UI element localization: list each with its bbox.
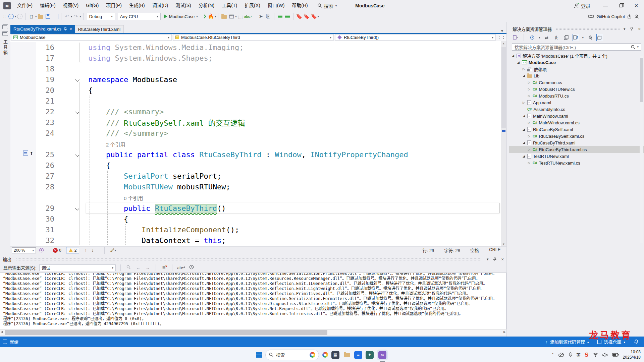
code-line[interactable]: 21: [10, 96, 506, 106]
spell-check-button[interactable]: abc✓: [244, 12, 253, 20]
code-line[interactable]: 20{: [10, 85, 506, 96]
toggle-bookmark-button[interactable]: 🔖: [296, 12, 303, 20]
solution-explorer-search[interactable]: 搜索解决方案资源管理器(Ctrl+;) ▾: [512, 43, 641, 51]
code-line[interactable]: 29 public RtuCaseByThird(): [10, 203, 506, 214]
menu--w-[interactable]: 窗口(W): [264, 0, 288, 11]
find-in-files-button[interactable]: [220, 12, 228, 20]
search-icon[interactable]: [631, 45, 635, 49]
hot-reload-dropdown-icon[interactable]: ▾: [215, 15, 216, 18]
tree-item-testrtunew.xaml[interactable]: ◢‹›TestRTUNew.xaml: [509, 153, 644, 160]
menu--t-[interactable]: 工具(T): [218, 0, 241, 11]
tree-item-testrtunew.xaml.cs[interactable]: ▷C#TestRTUNew.xaml.cs: [509, 160, 644, 166]
solution-windows-button[interactable]: 🗔: [228, 12, 235, 20]
scrollbar-thumb[interactable]: [640, 58, 643, 102]
tree-item--[interactable]: ▷依赖项: [509, 66, 644, 72]
code-line[interactable]: 18: [10, 63, 506, 74]
scrollbar-thumb[interactable]: [5, 330, 327, 335]
previous-bookmark-button[interactable]: 🔖: [303, 12, 310, 20]
preview-selected-items-button[interactable]: [596, 34, 603, 41]
codelens-references[interactable]: 2 个引用: [106, 142, 125, 147]
expander-icon[interactable]: ◢: [511, 54, 515, 57]
tab-rtucasebythird-xaml-cs[interactable]: RtuCaseByThird.xaml.cs ×: [10, 25, 75, 33]
code-line[interactable]: 32 DataContext = this;: [10, 235, 506, 246]
solution-explorer-scrollbar[interactable]: [640, 56, 643, 243]
save-button[interactable]: [44, 12, 52, 20]
code-cleanup-button[interactable]: 🖉: [110, 248, 114, 253]
tree-item-modbusrtu.cs[interactable]: ▷C#ModbusRTU.cs: [509, 93, 644, 99]
expander-icon[interactable]: ▷: [527, 148, 531, 151]
code-line[interactable]: 19namespace ModbusCase: [10, 74, 506, 85]
code-health-icon[interactable]: [39, 248, 44, 252]
tab-rtucasebythird-xaml[interactable]: RtuCaseByThird.xaml: [75, 25, 124, 33]
collapse-all-icon[interactable]: ≪: [553, 34, 560, 41]
github-copilot-button[interactable]: GitHub Copilot: [588, 14, 639, 19]
expander-icon[interactable]: ◢: [522, 141, 526, 144]
panel-splitter[interactable]: [506, 22, 509, 337]
person-icon[interactable]: [634, 14, 639, 19]
tree-item-app.xaml[interactable]: ▷‹›App.xaml: [509, 99, 644, 106]
next-bookmark-button[interactable]: 🔖: [310, 12, 318, 20]
redo-dropdown-icon[interactable]: ▾: [79, 15, 81, 18]
tree-item-assemblyinfo.cs[interactable]: C#AssemblyInfo.cs: [509, 106, 644, 113]
code-line[interactable]: 27 SerialPort serialPort;: [10, 171, 506, 181]
expander-icon[interactable]: ◢: [522, 155, 526, 158]
code-line[interactable]: 30 {: [10, 214, 506, 224]
menu--v-[interactable]: 视图(V): [59, 0, 83, 11]
tree-item-mainwindow.xaml.cs[interactable]: ▷C#MainWindow.xaml.cs: [509, 119, 644, 126]
next-issue-button[interactable]: ↓: [92, 248, 99, 253]
sync-dropdown-icon[interactable]: ▾: [582, 36, 584, 39]
menu--s-[interactable]: 测试(S): [172, 0, 195, 11]
close-tab-icon[interactable]: ×: [69, 26, 72, 32]
zoom-select[interactable]: 200 % ▾: [12, 247, 36, 253]
add-to-source-control-button[interactable]: ↑ 添加到源代码管理 ▴: [545, 339, 589, 345]
timestamp-icon[interactable]: [188, 265, 195, 270]
open-file-button[interactable]: [37, 12, 44, 20]
start-button[interactable]: [256, 352, 262, 358]
expander-icon[interactable]: ▷: [527, 87, 531, 91]
menu--h-[interactable]: 帮助(H): [288, 0, 311, 11]
notifications-bell-icon[interactable]: [634, 339, 639, 344]
menu--p-[interactable]: 项目(P): [102, 0, 125, 11]
scrollbar-thumb[interactable]: [501, 47, 506, 128]
menu--f-[interactable]: 文件(F): [13, 0, 36, 11]
eol-indicator[interactable]: CRLF: [489, 247, 500, 253]
code-line[interactable]: 16using System.Windows.Media.Imaging;: [10, 42, 506, 53]
bookmark-dropdown-icon[interactable]: ▾: [318, 15, 319, 18]
error-count[interactable]: 0: [59, 248, 61, 253]
microphone-icon[interactable]: [569, 352, 572, 357]
solution-configuration-select[interactable]: Debug▾: [87, 13, 115, 20]
expander-icon[interactable]: ◢: [522, 74, 526, 77]
taskbar-clock[interactable]: 10:03 2025/4/18: [623, 350, 641, 360]
server-explorer-icon[interactable]: [2, 24, 8, 29]
solution-explorer-header[interactable]: 解决方案资源管理器 ▾ ×: [509, 25, 644, 33]
code-line[interactable]: 31 InitializeComponent();: [10, 224, 506, 235]
code-editor[interactable]: 16using System.Windows.Media.Imaging;17u…: [10, 41, 506, 246]
codelens-references[interactable]: 0 个引用: [124, 195, 143, 201]
expander-icon[interactable]: ▷: [522, 67, 526, 71]
new-project-button[interactable]: 🗋: [28, 12, 35, 20]
ime-indicator[interactable]: 英: [576, 352, 581, 358]
tree-item-common.cs[interactable]: ▷C#Common.cs: [509, 79, 644, 86]
navigate-forward-button[interactable]: →: [16, 12, 23, 20]
menu--e-[interactable]: 编辑(E): [36, 0, 59, 11]
search-menu[interactable]: 搜索 ▾: [318, 2, 337, 9]
sync-view-button[interactable]: ⎘: [265, 12, 272, 20]
previous-message-icon[interactable]: ←: [135, 265, 142, 270]
blue-document-app-icon[interactable]: ≡: [354, 351, 362, 359]
type-dropdown[interactable]: ModbusCase.RtuCaseByThird ▾: [173, 34, 334, 41]
code-line[interactable]: 28 MobusRTUNew mobusRTUNew;: [10, 181, 506, 192]
battery-icon[interactable]: [612, 353, 619, 357]
previous-issue-button[interactable]: ↑: [85, 248, 92, 253]
task-view-app-icon[interactable]: ▦: [331, 351, 339, 359]
close-panel-icon[interactable]: ×: [501, 257, 504, 262]
close-panel-icon[interactable]: ×: [638, 26, 641, 32]
expander-icon[interactable]: ▷: [527, 81, 531, 84]
tab-list-chevron-icon[interactable]: ▼: [500, 29, 504, 33]
pin-icon[interactable]: [493, 257, 496, 261]
expander-icon[interactable]: ▷: [527, 121, 531, 124]
tree-item--modbuscase-1-1-[interactable]: ◢解决方案 'ModbusCase' (1 个项目，共 1 个): [509, 52, 644, 59]
save-all-button[interactable]: [52, 12, 59, 20]
decrease-indent-button[interactable]: [276, 12, 284, 20]
fold-chevron-icon[interactable]: [75, 153, 79, 157]
start-debugging-button[interactable]: ModbusCase ▾: [164, 14, 198, 19]
